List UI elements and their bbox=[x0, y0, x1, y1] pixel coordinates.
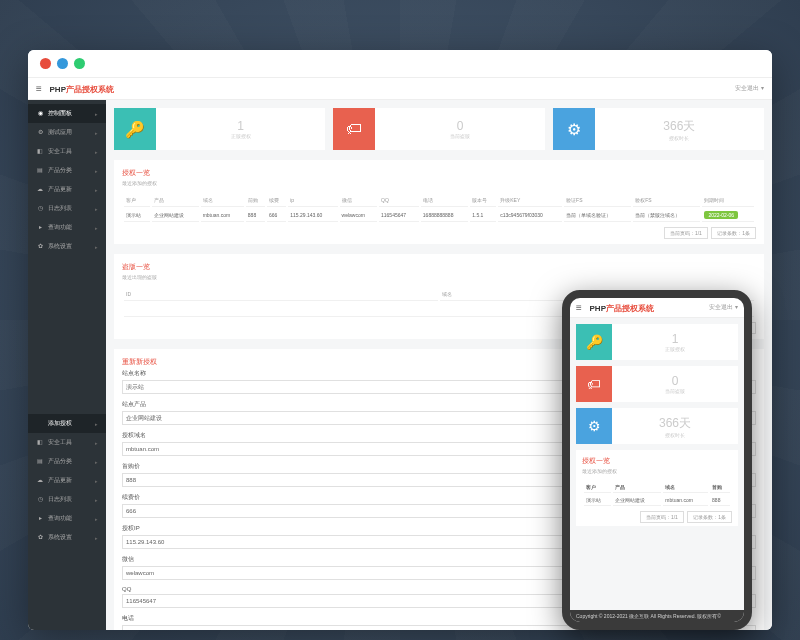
logout-link[interactable]: 安全退出 ▾ bbox=[735, 84, 764, 93]
stat-card: 🔑1正版授权 bbox=[576, 324, 738, 360]
stat-value: 366天 bbox=[663, 118, 695, 135]
nav-icon: ◧ bbox=[36, 147, 44, 154]
stat-label: 当前盗版 bbox=[450, 133, 470, 139]
nav-icon: ✿ bbox=[36, 242, 44, 249]
sidebar-item[interactable]: ◉控制面板▸ bbox=[28, 104, 106, 123]
mobile-footer: Copyright © 2012-2021 微企互联 All Rights Re… bbox=[570, 610, 744, 622]
chevron-icon: ▸ bbox=[95, 244, 98, 250]
stat-icon: 🔑 bbox=[114, 108, 156, 150]
pagination: 当前页码：1/1 记录条数：1条 bbox=[122, 230, 756, 236]
chevron-icon: ▸ bbox=[95, 168, 98, 174]
stat-icon: ⚙ bbox=[553, 108, 595, 150]
record-count: 记录条数：1条 bbox=[711, 227, 756, 239]
table-row[interactable]: 演示站企业网站建设mbtuan.com888666115.29.143.60we… bbox=[124, 209, 754, 222]
auth-list-panel: 授权一览 最近添加的授权 客户产品域名前购续费ip微信QQ电话版本号升级KEY验… bbox=[114, 160, 764, 244]
nav-icon: ◉ bbox=[36, 109, 44, 116]
app-logo: PHP产品授权系统 bbox=[50, 85, 114, 94]
mobile-auth-panel: 授权一览 最近添加的授权 客户产品域名首购演示站企业网站建设mbtuan.com… bbox=[576, 450, 738, 526]
maximize-icon[interactable] bbox=[74, 58, 85, 69]
chevron-icon: ▸ bbox=[95, 187, 98, 193]
sidebar-item[interactable]: ✿系统设置▸ bbox=[28, 237, 106, 256]
nav-icon: ◷ bbox=[36, 204, 44, 211]
sidebar-item[interactable]: ▤产品分类▸ bbox=[28, 161, 106, 180]
chevron-icon: ▸ bbox=[95, 225, 98, 231]
stat-card: 🏷0当前盗版 bbox=[576, 366, 738, 402]
close-icon[interactable] bbox=[40, 58, 51, 69]
stat-label: 正版授权 bbox=[231, 133, 251, 139]
chevron-icon: ▸ bbox=[95, 149, 98, 155]
chevron-icon: ▸ bbox=[95, 130, 98, 136]
nav-icon: ▸ bbox=[36, 223, 44, 230]
page-info: 当前页码：1/1 bbox=[664, 227, 708, 239]
nav-icon: ⚙ bbox=[36, 128, 44, 135]
table-row[interactable]: 演示站企业网站建设mbtuan.com888 bbox=[584, 495, 730, 506]
mobile-header: ≡ PHP产品授权系统 安全退出 ▾ bbox=[570, 298, 744, 318]
stat-value: 1 bbox=[237, 119, 244, 133]
stat-label: 授权时长 bbox=[669, 135, 689, 141]
auth-table: 客户产品域名前购续费ip微信QQ电话版本号升级KEY验证FS验权FS到期时间 演… bbox=[122, 192, 756, 224]
minimize-icon[interactable] bbox=[57, 58, 68, 69]
app-header: ≡ PHP产品授权系统 安全退出 ▾ bbox=[28, 78, 772, 100]
stat-value: 0 bbox=[672, 374, 679, 388]
chevron-icon: ▸ bbox=[95, 111, 98, 117]
nav-icon: ▤ bbox=[36, 166, 44, 173]
stat-label: 正版授权 bbox=[665, 346, 685, 352]
stat-label: 授权时长 bbox=[665, 432, 685, 438]
panel-subtitle: 最近添加的授权 bbox=[122, 180, 756, 186]
stat-icon: 🏷 bbox=[333, 108, 375, 150]
stat-value: 1 bbox=[672, 332, 679, 346]
sidebar-item[interactable]: ⚙测试应用▸ bbox=[28, 123, 106, 142]
panel-title: 盗版一览 bbox=[122, 262, 756, 272]
sidebar-item[interactable]: ☁产品更新▸ bbox=[28, 180, 106, 199]
stat-icon: ⚙ bbox=[576, 408, 612, 444]
sidebar-item[interactable]: ◧安全工具▸ bbox=[28, 142, 106, 161]
sidebar-item[interactable]: ▸查询功能▸ bbox=[28, 218, 106, 237]
chevron-icon: ▸ bbox=[95, 206, 98, 212]
stat-icon: 🏷 bbox=[576, 366, 612, 402]
stat-icon: 🔑 bbox=[576, 324, 612, 360]
mobile-preview: ≡ PHP产品授权系统 安全退出 ▾ 🔑1正版授权🏷0当前盗版⚙366天授权时长… bbox=[562, 290, 752, 630]
stat-card: ⚙366天授权时长 bbox=[553, 108, 764, 150]
window-titlebar bbox=[28, 50, 772, 78]
panel-title: 授权一览 bbox=[122, 168, 756, 178]
stat-value: 0 bbox=[457, 119, 464, 133]
stat-value: 366天 bbox=[659, 415, 691, 432]
stat-card: 🏷0当前盗版 bbox=[333, 108, 544, 150]
menu-icon[interactable]: ≡ bbox=[576, 302, 582, 313]
stat-card: ⚙366天授权时长 bbox=[576, 408, 738, 444]
sidebar-item[interactable]: ◷日志列表▸ bbox=[28, 199, 106, 218]
stat-label: 当前盗版 bbox=[665, 388, 685, 394]
panel-subtitle: 最近出现的盗版 bbox=[122, 274, 756, 280]
nav-icon: ☁ bbox=[36, 185, 44, 192]
stat-card: 🔑1正版授权 bbox=[114, 108, 325, 150]
expiry-badge: 2022-02-06 bbox=[704, 211, 738, 219]
menu-icon[interactable]: ≡ bbox=[36, 83, 42, 94]
